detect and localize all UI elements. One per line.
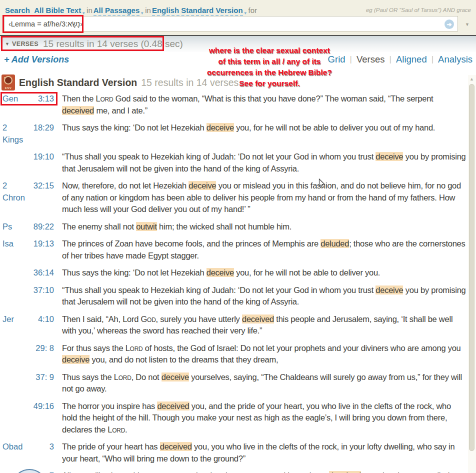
tab-separator: | [432,54,434,64]
search-input[interactable]: ‹Lemma = af/he/3:נָשָׂא› ➔ [4,16,458,32]
verse-row: 2 Kings18:29Thus says the king: ‘Do not … [0,122,467,146]
verse-text-segment: you, and do not listen to the dreams tha… [90,355,278,364]
verse-text-segment: , surely you have utterly [156,314,242,324]
verse-book-link [0,151,30,174]
tab-analysis[interactable]: Analysis [438,54,472,65]
search-hit-highlight: deceive [376,286,403,294]
esv-resource-icon[interactable]: ESV [2,74,15,90]
search-range-dropdown[interactable]: All Passages [94,6,140,16]
search-version-dropdown[interactable]: English Standard Version [152,6,243,16]
search-hit-highlight: deceive [206,123,234,132]
divine-name-smallcaps: Lord [114,372,132,382]
verse-book-link [0,400,30,436]
tab-verses[interactable]: Verses [356,54,385,65]
add-versions-button[interactable]: + Add Versions [4,54,69,65]
esv-emblem-dot [4,77,6,78]
verse-text: Then the Lord God said to the woman, “Wh… [62,93,467,116]
verse-row: Gen3:13Then the Lord God said to the wom… [0,93,467,116]
verse-text-segment: Then the [62,94,96,103]
verse-ref-link[interactable]: 32:15 [30,180,54,216]
tab-aligned[interactable]: Aligned [396,54,427,65]
verse-text-segment: me, and I ate.” [94,106,148,115]
verse-text-segment: him; the wicked shall not humble him. [157,222,292,231]
verse-ref-link[interactable]: 37: 9 [30,372,54,395]
version-title: English Standard Version [19,77,137,88]
verse-text: Then I said, “Ah, Lord God, surely you h… [62,314,467,337]
search-hit-highlight: deluded [320,239,349,248]
verse-text: Thus says the king: ‘Do not let Hezekiah… [62,267,467,279]
verse-book-link[interactable]: Isa [0,238,30,262]
verse-row: Obad3The pride of your heart has deceive… [0,441,467,464]
verse-ref-link[interactable]: 29: 8 [30,342,54,366]
verse-row: 37: 9Thus says the Lord, Do not deceive … [0,372,467,395]
collapse-triangle-icon[interactable]: ▼ [5,42,10,46]
verse-book-link[interactable]: 2 Kings [0,122,30,146]
verse-row: 29: 8For thus says the Lord of hosts, th… [0,342,467,366]
search-hit-highlight: deceive [206,268,234,277]
verse-ref-link[interactable]: 3 [30,441,54,464]
tab-grid[interactable]: Grid [328,54,346,65]
chevron-down-icon: ▼ [140,11,144,16]
verse-text-segment: The princes of Zoan have become fools, a… [62,239,320,248]
verse-text: The horror you inspire has deceived you,… [62,400,467,436]
search-hit-highlight: deceive [162,372,189,382]
divine-name-smallcaps: God [141,314,156,324]
verse-text-segment: The enemy shall not [62,222,136,231]
verse-ref-link[interactable]: 19:10 [30,151,54,174]
search-scope-dropdown[interactable]: All Bible Text [34,6,81,16]
verse-book-link[interactable]: Ps [0,221,30,233]
verse-book-link[interactable]: Obad [0,441,30,464]
verse-ref-link[interactable]: 3:13 [30,93,54,116]
verse-text-segment: you, for he will not be able to deliver … [234,268,380,277]
esv-badge-label: ESV [2,86,15,90]
search-hit-highlight: deceived [160,442,192,451]
scrollbar-thumb[interactable] [469,84,474,451]
verse-ref-link[interactable]: 36:14 [30,267,54,279]
divine-name-smallcaps: Lord [108,425,125,434]
verse-ref-link[interactable]: 18:29 [30,122,54,146]
verse-ref-link[interactable]: 49:16 [30,400,54,436]
verse-text-segment: All your allies have driven you to your … [62,471,329,473]
annotation-line: of this term in all / any of its [196,56,342,67]
verse-book-link[interactable]: 2 Chron [0,180,30,216]
search-query-hebrew: נָשָׂא [68,20,80,28]
verse-text-segment: , Do not [132,372,162,382]
search-hit-highlight: deceive [376,152,403,161]
verse-text-segment: . [125,425,127,434]
verse-text-segment: “Thus shall you speak to Hezekiah king o… [62,286,376,294]
version-results-summary: 15 results in 14 verses [141,77,238,88]
annotation-line: where is the clear sexual context [196,45,342,56]
view-tabs: Grid|Verses|Aligned|Analysis [328,54,472,65]
verse-book-link [0,284,30,308]
verse-text-segment: Now, therefore, do not let Hezekiah [62,181,188,190]
tab-separator: | [350,54,352,64]
search-history-dropdown-icon[interactable]: ▼ [465,22,470,27]
verse-row: 49:16The horror you inspire has deceived… [0,400,467,436]
verse-book-link [0,267,30,279]
verse-ref-link[interactable]: 89:22 [30,221,54,233]
verse-text-segment: The pride of your heart has [62,442,160,451]
verse-book-link[interactable]: Jer [0,314,30,337]
search-hit-highlight: deceived [329,471,361,473]
search-go-button[interactable]: ➔ [444,20,454,29]
verse-ref-link[interactable]: 37:10 [30,284,54,308]
search-hit-highlight: deceive [188,181,216,190]
verse-list: Gen3:13Then the Lord God said to the wom… [0,93,467,473]
verse-text-segment: Thus says the king: ‘Do not let Hezekiah [62,268,206,277]
verse-text: The pride of your heart has deceived you… [62,441,467,464]
verse-text-segment: Thus says the [62,372,114,382]
verse-text-segment: God said to the woman, “What is this tha… [113,94,433,103]
verse-text: “Thus shall you speak to Hezekiah king o… [62,284,467,308]
verse-text: “Thus shall you speak to Hezekiah king o… [62,151,467,174]
verse-text-segment: you, for he will not be able to deliver … [234,123,435,132]
search-sentence-in: in [86,6,94,14]
scrollbar-up-icon[interactable]: ▲ [470,76,474,82]
verse-text: For thus says the Lord of hosts, the God… [62,342,467,366]
verse-row: Jer4:10Then I said, “Ah, Lord God, surel… [0,314,467,337]
divine-name-smallcaps: Lord [126,344,143,352]
verse-book-link[interactable]: Gen [0,93,30,116]
verse-ref-link[interactable]: 4:10 [30,314,54,337]
search-example-hint: eg (Paul OR “Saul of Tarsus”) AND grace [366,7,471,13]
verse-ref-link[interactable]: 19:13 [30,238,54,262]
tab-separator: | [390,54,392,64]
